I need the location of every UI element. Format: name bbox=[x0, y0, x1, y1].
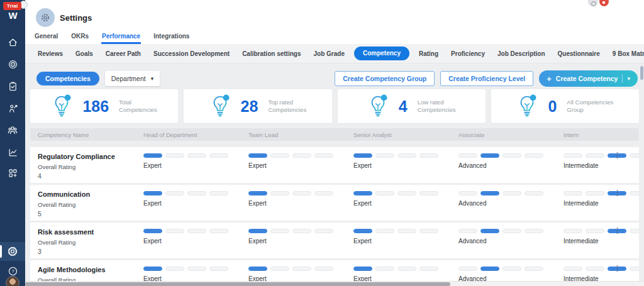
home-icon bbox=[8, 37, 18, 48]
row-menu-button[interactable] bbox=[613, 264, 621, 273]
sidebar-item-tasks[interactable] bbox=[0, 77, 25, 96]
level-cell: Expert bbox=[353, 147, 458, 183]
proficiency-level-label: Advanced bbox=[458, 200, 564, 207]
topright-icons bbox=[588, 0, 609, 6]
sidebar-item-home[interactable] bbox=[0, 33, 25, 52]
trial-badge: Trial bbox=[3, 2, 21, 10]
competencies-view-pill[interactable]: Competencies bbox=[36, 72, 99, 85]
stat-value: 4 bbox=[399, 97, 408, 116]
row-menu-button[interactable] bbox=[613, 151, 621, 160]
proficiency-level-label: Expert bbox=[353, 200, 458, 207]
svg-text:?: ? bbox=[11, 268, 14, 274]
tab-integrations[interactable]: Integrations bbox=[153, 33, 190, 44]
subtab-rating[interactable]: Rating bbox=[413, 50, 445, 57]
level-cell: Advanced bbox=[458, 185, 564, 221]
proficiency-level-label: Advanced bbox=[458, 238, 564, 245]
table-row[interactable]: Risk assessment Overall Rating 3 Expert … bbox=[30, 223, 639, 258]
level-cell: Advanced bbox=[458, 223, 564, 258]
subtab-questionnaire[interactable]: Questionnaire bbox=[552, 50, 606, 57]
subtab-succession-development[interactable]: Succession Development bbox=[147, 50, 236, 57]
tab-performance[interactable]: Performance bbox=[101, 33, 141, 44]
column-header-team-lead: Team Lead bbox=[248, 131, 353, 138]
sidebar: Trial W bbox=[0, 0, 25, 286]
proficiency-level-label: Expert bbox=[143, 238, 248, 245]
clipboard-icon bbox=[8, 81, 18, 92]
proficiency-level-label: Advanced bbox=[458, 162, 564, 169]
gear-icon bbox=[40, 13, 50, 23]
stat-label: TotalCompetencies bbox=[119, 99, 157, 114]
gear-circle-icon[interactable] bbox=[588, 0, 597, 6]
stat-card-groups: 0 All CompetenciesGroup bbox=[491, 89, 639, 123]
notification-icon[interactable] bbox=[599, 0, 609, 6]
proficiency-bar bbox=[248, 153, 353, 158]
proficiency-bar bbox=[143, 267, 248, 271]
competency-name[interactable]: Communication bbox=[38, 190, 143, 198]
subtab-9-box-matrix[interactable]: 9 Box Matrix bbox=[606, 50, 644, 57]
overall-rating-value: 4 bbox=[38, 172, 143, 180]
sidebar-item-team[interactable] bbox=[0, 121, 25, 140]
chevron-down-icon bbox=[627, 75, 630, 82]
subtab-reviews[interactable]: Reviews bbox=[31, 50, 69, 57]
subtab-goals[interactable]: Goals bbox=[69, 50, 99, 57]
create-competency-group-button[interactable]: Create Competency Group bbox=[335, 71, 435, 86]
stats-row: 186 TotalCompetencies 28 bbox=[30, 89, 639, 123]
overall-rating-label: Overall Rating bbox=[38, 201, 143, 208]
table-row[interactable]: Communication Overall Rating 5 Expert Ex… bbox=[30, 185, 639, 221]
create-proficiency-level-button[interactable]: Create Proficiency Level bbox=[440, 71, 533, 86]
create-competency-button[interactable]: + Create Competency bbox=[539, 70, 638, 87]
column-header-intern: Intern bbox=[564, 131, 639, 138]
proficiency-bar bbox=[353, 153, 458, 158]
bulb-icon bbox=[367, 94, 389, 119]
column-header-senior-analyst: Senior Analyst bbox=[353, 131, 458, 138]
competency-name[interactable]: Risk assessment bbox=[38, 228, 143, 236]
career-growth-icon bbox=[8, 103, 18, 114]
proficiency-bar bbox=[143, 153, 248, 158]
proficiency-bar bbox=[353, 267, 458, 271]
subtab-job-grade[interactable]: Job Grade bbox=[307, 50, 350, 57]
proficiency-bar bbox=[248, 229, 353, 233]
level-cell: Expert bbox=[353, 223, 458, 258]
tab-general[interactable]: General bbox=[34, 33, 58, 44]
stat-label: All CompetenciesGroup bbox=[567, 99, 613, 114]
sidebar-item-apps[interactable] bbox=[0, 163, 25, 182]
row-menu-button[interactable] bbox=[613, 189, 621, 197]
stat-value: 0 bbox=[548, 97, 557, 116]
column-header-competency-name: Competency Name bbox=[30, 131, 143, 138]
overall-rating-value: 3 bbox=[38, 248, 143, 255]
competency-name[interactable]: Agile Methodologies bbox=[38, 266, 143, 273]
sidebar-item-profile[interactable] bbox=[0, 275, 25, 286]
proficiency-bar bbox=[143, 229, 248, 233]
vertical-scrollbar-thumb[interactable] bbox=[640, 66, 643, 80]
table-row[interactable]: Regulatory Compliance Overall Rating 4 E… bbox=[30, 147, 639, 183]
subtab-career-path[interactable]: Career Path bbox=[99, 50, 147, 57]
table-body: Regulatory Compliance Overall Rating 4 E… bbox=[30, 147, 639, 286]
subtab-job-description[interactable]: Job Description bbox=[491, 50, 552, 57]
column-header-head-of-department: Head of Department bbox=[143, 131, 248, 138]
horizontal-scrollbar-thumb[interactable] bbox=[25, 282, 450, 286]
department-dropdown[interactable]: Department bbox=[105, 71, 160, 86]
subtab-competency[interactable]: Competency bbox=[354, 47, 409, 60]
proficiency-level-label: Expert bbox=[248, 238, 353, 245]
competency-name[interactable]: Regulatory Compliance bbox=[38, 153, 143, 160]
stat-card-low-rated: 4 Low ratedCompetencies bbox=[338, 89, 486, 123]
tab-okrs[interactable]: OKRs bbox=[70, 33, 89, 44]
proficiency-level-label: Expert bbox=[248, 162, 353, 169]
sidebar-item-career[interactable] bbox=[0, 99, 25, 118]
proficiency-bar bbox=[458, 153, 564, 158]
row-menu-button[interactable] bbox=[613, 226, 621, 235]
sidebar-item-goals[interactable] bbox=[0, 55, 25, 74]
subtab-calibration-settings[interactable]: Calibration settings bbox=[236, 50, 307, 57]
competency-content: Competencies Department Create Competenc… bbox=[25, 63, 644, 286]
table-header: Competency Name Head of Department Team … bbox=[30, 128, 639, 141]
button-divider bbox=[622, 74, 623, 83]
proficiency-bar bbox=[564, 153, 639, 158]
level-cell: Intermediate bbox=[564, 185, 639, 221]
column-header-associate: Associate bbox=[458, 131, 564, 138]
sidebar-item-settings[interactable] bbox=[0, 242, 25, 261]
level-cell: Expert bbox=[248, 223, 353, 258]
horizontal-scrollbar[interactable] bbox=[25, 281, 644, 286]
sidebar-item-analytics[interactable] bbox=[0, 143, 25, 162]
app-logo: W bbox=[0, 10, 25, 21]
subtab-proficiency[interactable]: Proficiency bbox=[445, 50, 491, 57]
apps-plus-icon bbox=[8, 168, 18, 179]
